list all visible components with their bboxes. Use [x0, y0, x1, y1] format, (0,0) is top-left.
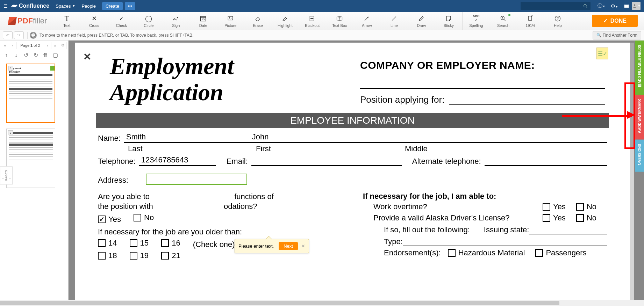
email-field[interactable]: [251, 156, 402, 166]
tool-arrow[interactable]: Arrow: [353, 12, 380, 30]
alt-telephone-field[interactable]: [485, 156, 607, 166]
redo-button[interactable]: ↷: [14, 31, 24, 39]
svg-text:15: 15: [202, 18, 205, 21]
more-button[interactable]: •••: [125, 2, 135, 10]
tool-textbox[interactable]: TText Box: [326, 12, 353, 30]
tool-date[interactable]: 15Date: [189, 12, 217, 30]
delete-page-button[interactable]: 🗑: [41, 52, 50, 59]
first-name-field[interactable]: John: [250, 132, 397, 143]
help-icon[interactable]: ⓘ▼: [598, 3, 605, 9]
middle-name-field[interactable]: [397, 133, 607, 143]
endorse-haz[interactable]: Hazardous Material: [448, 248, 525, 257]
document-page[interactable]: ✕ ☰✓ Employment Application COMPANY OR E…: [75, 43, 630, 306]
q1-no[interactable]: No: [134, 213, 154, 222]
age-21[interactable]: 21: [161, 251, 180, 260]
add-page-button[interactable]: ▢: [51, 52, 59, 59]
browser-horizontal-scrollbar[interactable]: [0, 300, 644, 306]
telephone-field[interactable]: 12346785643: [139, 155, 216, 166]
undo-button[interactable]: ↶: [3, 31, 13, 39]
svg-rect-10: [310, 18, 313, 19]
page-next-button[interactable]: ›: [44, 42, 51, 49]
issuing-label: Issuing state:: [484, 225, 529, 234]
tooltip-text: Please enter text.: [238, 243, 274, 249]
tooltip-next-button[interactable]: Next: [279, 242, 298, 250]
thumbnail-page-2[interactable]: 2: [6, 129, 55, 188]
tool-draw[interactable]: Draw: [408, 12, 435, 30]
hamburger-icon[interactable]: ☰: [3, 3, 8, 9]
age-18[interactable]: 18: [98, 251, 117, 260]
nav-spaces[interactable]: Spaces▼: [56, 3, 75, 9]
tool-highlight[interactable]: Highlight: [271, 12, 299, 30]
rotate-ccw-button[interactable]: ↺: [22, 52, 30, 59]
hint-text: To move to the next field, press ENTER, …: [40, 33, 193, 38]
done-button[interactable]: DONE: [592, 15, 638, 27]
q1-text-d: odations?: [224, 202, 257, 211]
move-up-button[interactable]: ↑: [2, 52, 10, 59]
tool-sign[interactable]: Sign: [162, 12, 189, 30]
address-field[interactable]: [146, 174, 247, 185]
work-ot-label: Work overtime?: [373, 202, 543, 211]
side-tab-versions[interactable]: ↻VERSIONS: [635, 140, 644, 172]
tool-cross[interactable]: ✕Cross: [80, 12, 108, 30]
thumbnail-page-1[interactable]: 1 ploymentplication: [6, 64, 55, 123]
type-field[interactable]: [403, 236, 607, 246]
pages-collapse-handle[interactable]: ‹PAGES‹: [0, 166, 13, 184]
side-tab-fillable-fields[interactable]: ▤ADD FILLABLE FIELDS: [635, 41, 644, 95]
circle-icon: ◯: [145, 14, 152, 23]
page-settings-button[interactable]: ⚙: [59, 42, 67, 49]
section-employee-info: EMPLOYEE INFORMATION: [96, 113, 609, 128]
q1-yes[interactable]: Yes: [98, 215, 121, 224]
tool-text[interactable]: TText: [53, 12, 80, 30]
ot-no[interactable]: No: [576, 202, 596, 211]
age-16[interactable]: 16: [161, 239, 180, 248]
confluence-search-input[interactable]: [521, 2, 591, 10]
sticky-note-icon[interactable]: ☰✓: [596, 48, 608, 59]
vertical-scrollbar[interactable]: [630, 43, 634, 306]
page-first-button[interactable]: «: [1, 42, 9, 49]
tool-sticky[interactable]: Sticky: [435, 12, 462, 30]
position-field[interactable]: [449, 95, 605, 105]
endorse-pass[interactable]: Passengers: [535, 248, 586, 257]
address-label: Address:: [98, 176, 128, 185]
page-prev-button[interactable]: ‹: [9, 42, 17, 49]
tool-picture[interactable]: Picture: [217, 12, 244, 30]
tool-line[interactable]: Line: [380, 12, 408, 30]
tool-check[interactable]: ✓Check: [108, 12, 135, 30]
tool-search[interactable]: ASearch: [489, 12, 517, 30]
age-19[interactable]: 19: [130, 251, 149, 260]
age-14[interactable]: 14: [98, 239, 117, 248]
sticky-icon: [445, 14, 452, 23]
sign-icon: [172, 14, 180, 23]
settings-icon[interactable]: ⚙▼: [611, 3, 618, 9]
last-name-field[interactable]: Smith: [124, 132, 250, 143]
side-tab-watermark[interactable]: AADD WATERMARK: [635, 95, 644, 139]
lic-no[interactable]: No: [576, 213, 596, 223]
tooltip-close-icon[interactable]: ✕: [301, 243, 305, 249]
arrow-icon: [363, 14, 370, 23]
user-avatar[interactable]: ▼: [632, 2, 641, 10]
tool-spelling[interactable]: ABC✓Spelling: [462, 12, 489, 30]
issuing-state-field[interactable]: [529, 225, 607, 234]
page-last-button[interactable]: »: [51, 42, 59, 49]
notifications-icon[interactable]: [624, 3, 629, 9]
create-button[interactable]: Create: [102, 2, 123, 10]
ot-yes[interactable]: Yes: [543, 202, 566, 211]
company-name-field[interactable]: [360, 75, 605, 89]
age-15[interactable]: 15: [130, 239, 149, 248]
tool-zoom[interactable]: 191%: [517, 12, 544, 30]
move-down-button[interactable]: ↓: [12, 52, 20, 59]
tool-erase[interactable]: Erase: [244, 12, 271, 30]
textbox-icon: T: [336, 14, 343, 23]
rotate-cw-button[interactable]: ↻: [31, 52, 40, 59]
nav-people[interactable]: People: [81, 3, 95, 9]
find-another-form-button[interactable]: Find Another Form: [593, 31, 641, 39]
doc-header-right: COMPANY OR EMPLOYER NAME: Position apply…: [360, 59, 605, 105]
tool-circle[interactable]: ◯Circle: [135, 12, 162, 30]
confluence-logo[interactable]: Confluence: [11, 3, 49, 9]
tool-blackout[interactable]: Blackout: [299, 12, 326, 30]
main-area: « ‹ Page 1 of 2 › » ⚙ ↑ ↓ ↺ ↻ 🗑 ▢ 1 ploy…: [0, 41, 644, 306]
tool-help[interactable]: ?Help: [544, 12, 571, 30]
lic-yes[interactable]: Yes: [543, 213, 566, 223]
close-icon[interactable]: ✕: [83, 51, 91, 63]
pdffiller-logo[interactable]: PDFfiller: [0, 16, 53, 26]
